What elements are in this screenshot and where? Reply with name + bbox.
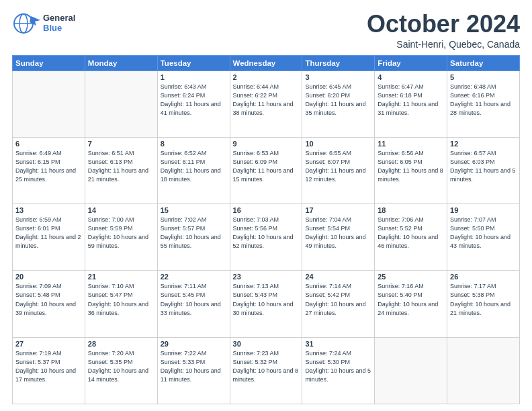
weekday-header-thursday: Thursday [302,55,375,71]
calendar-cell: 19Sunrise: 7:07 AM Sunset: 5:50 PM Dayli… [447,204,520,271]
day-number: 27 [15,340,82,348]
day-info: Sunrise: 7:09 AM Sunset: 5:48 PM Dayligh… [15,282,82,317]
day-info: Sunrise: 6:52 AM Sunset: 6:11 PM Dayligh… [161,149,227,184]
day-info: Sunrise: 7:17 AM Sunset: 5:38 PM Dayligh… [450,282,517,317]
day-info: Sunrise: 7:00 AM Sunset: 5:59 PM Dayligh… [88,216,154,250]
calendar-cell [375,337,447,404]
calendar-cell: 2Sunrise: 6:44 AM Sunset: 6:22 PM Daylig… [230,71,302,137]
calendar-cell: 14Sunrise: 7:00 AM Sunset: 5:59 PM Dayli… [85,204,157,271]
day-info: Sunrise: 6:55 AM Sunset: 6:07 PM Dayligh… [305,149,371,184]
week-row-5: 27Sunrise: 7:19 AM Sunset: 5:37 PM Dayli… [13,337,520,404]
day-info: Sunrise: 6:59 AM Sunset: 6:01 PM Dayligh… [15,216,82,250]
day-number: 7 [88,140,154,148]
day-number: 4 [378,73,444,81]
header: GeneralBlue October 2024 Saint-Henri, Qu… [12,11,520,50]
day-number: 30 [233,340,300,348]
calendar-cell: 15Sunrise: 7:02 AM Sunset: 5:57 PM Dayli… [157,204,230,271]
day-number: 28 [88,340,154,348]
calendar-cell [447,337,520,404]
weekday-header-monday: Monday [85,55,157,71]
week-row-2: 6Sunrise: 6:49 AM Sunset: 6:15 PM Daylig… [13,137,520,203]
day-info: Sunrise: 7:06 AM Sunset: 5:52 PM Dayligh… [378,216,444,250]
day-info: Sunrise: 6:57 AM Sunset: 6:03 PM Dayligh… [450,149,517,184]
calendar-cell: 10Sunrise: 6:55 AM Sunset: 6:07 PM Dayli… [302,137,375,203]
week-row-3: 13Sunrise: 6:59 AM Sunset: 6:01 PM Dayli… [13,204,520,271]
day-info: Sunrise: 7:23 AM Sunset: 5:32 PM Dayligh… [233,349,300,384]
calendar-cell: 20Sunrise: 7:09 AM Sunset: 5:48 PM Dayli… [13,271,85,337]
day-info: Sunrise: 7:20 AM Sunset: 5:35 PM Dayligh… [88,349,154,384]
calendar-cell: 27Sunrise: 7:19 AM Sunset: 5:37 PM Dayli… [13,337,85,404]
calendar-cell: 22Sunrise: 7:11 AM Sunset: 5:45 PM Dayli… [157,271,230,337]
calendar-cell: 9Sunrise: 6:53 AM Sunset: 6:09 PM Daylig… [230,137,302,203]
calendar-cell: 12Sunrise: 6:57 AM Sunset: 6:03 PM Dayli… [447,137,520,203]
calendar-cell: 8Sunrise: 6:52 AM Sunset: 6:11 PM Daylig… [157,137,230,203]
calendar-cell: 31Sunrise: 7:24 AM Sunset: 5:30 PM Dayli… [302,337,375,404]
day-number: 22 [161,273,227,281]
day-info: Sunrise: 7:22 AM Sunset: 5:33 PM Dayligh… [161,349,227,384]
day-info: Sunrise: 6:47 AM Sunset: 6:18 PM Dayligh… [378,83,444,118]
day-info: Sunrise: 7:13 AM Sunset: 5:43 PM Dayligh… [233,282,300,317]
day-number: 5 [450,73,517,81]
day-info: Sunrise: 7:04 AM Sunset: 5:54 PM Dayligh… [305,216,371,250]
day-info: Sunrise: 6:45 AM Sunset: 6:20 PM Dayligh… [305,83,371,118]
day-number: 26 [450,273,517,281]
day-info: Sunrise: 7:19 AM Sunset: 5:37 PM Dayligh… [15,349,82,384]
day-info: Sunrise: 7:14 AM Sunset: 5:42 PM Dayligh… [305,282,371,317]
month-title: October 2024 [367,11,520,38]
day-info: Sunrise: 6:51 AM Sunset: 6:13 PM Dayligh… [88,149,154,184]
calendar-cell: 23Sunrise: 7:13 AM Sunset: 5:43 PM Dayli… [230,271,302,337]
day-info: Sunrise: 6:44 AM Sunset: 6:22 PM Dayligh… [233,83,300,118]
day-info: Sunrise: 6:53 AM Sunset: 6:09 PM Dayligh… [233,149,300,184]
weekday-header-saturday: Saturday [447,55,520,71]
calendar-cell: 17Sunrise: 7:04 AM Sunset: 5:54 PM Dayli… [302,204,375,271]
day-number: 29 [161,340,227,348]
day-number: 24 [305,273,371,281]
day-number: 13 [15,206,82,214]
calendar-cell: 11Sunrise: 6:56 AM Sunset: 6:05 PM Dayli… [375,137,447,203]
calendar-cell: 3Sunrise: 6:45 AM Sunset: 6:20 PM Daylig… [302,71,375,137]
calendar-cell: 7Sunrise: 6:51 AM Sunset: 6:13 PM Daylig… [85,137,157,203]
calendar-cell: 28Sunrise: 7:20 AM Sunset: 5:35 PM Dayli… [85,337,157,404]
day-number: 2 [233,73,300,81]
page: GeneralBlue October 2024 Saint-Henri, Qu… [0,0,532,411]
calendar-cell: 21Sunrise: 7:10 AM Sunset: 5:47 PM Dayli… [85,271,157,337]
day-info: Sunrise: 7:10 AM Sunset: 5:47 PM Dayligh… [88,282,154,317]
day-info: Sunrise: 7:24 AM Sunset: 5:30 PM Dayligh… [305,349,371,384]
calendar-cell: 4Sunrise: 6:47 AM Sunset: 6:18 PM Daylig… [375,71,447,137]
logo-icon [12,11,40,36]
day-number: 10 [305,140,371,148]
day-info: Sunrise: 6:56 AM Sunset: 6:05 PM Dayligh… [378,149,444,184]
calendar-cell: 16Sunrise: 7:03 AM Sunset: 5:56 PM Dayli… [230,204,302,271]
day-info: Sunrise: 7:02 AM Sunset: 5:57 PM Dayligh… [161,216,227,250]
calendar-cell: 6Sunrise: 6:49 AM Sunset: 6:15 PM Daylig… [13,137,85,203]
day-number: 31 [305,340,371,348]
weekday-header-row: SundayMondayTuesdayWednesdayThursdayFrid… [13,55,520,71]
calendar-cell: 1Sunrise: 6:43 AM Sunset: 6:24 PM Daylig… [157,71,230,137]
day-number: 20 [15,273,82,281]
week-row-4: 20Sunrise: 7:09 AM Sunset: 5:48 PM Dayli… [13,271,520,337]
location: Saint-Henri, Quebec, Canada [367,39,520,50]
weekday-header-sunday: Sunday [13,55,85,71]
calendar-cell: 5Sunrise: 6:48 AM Sunset: 6:16 PM Daylig… [447,71,520,137]
day-number: 18 [378,206,444,214]
calendar-cell: 24Sunrise: 7:14 AM Sunset: 5:42 PM Dayli… [302,271,375,337]
calendar-cell [85,71,157,137]
day-info: Sunrise: 7:07 AM Sunset: 5:50 PM Dayligh… [450,216,517,250]
day-number: 8 [161,140,227,148]
day-number: 1 [161,73,227,81]
title-area: October 2024 Saint-Henri, Quebec, Canada [367,11,520,50]
logo-line2: Blue [43,23,62,33]
calendar: SundayMondayTuesdayWednesdayThursdayFrid… [12,55,520,404]
weekday-header-friday: Friday [375,55,447,71]
day-number: 25 [378,273,444,281]
weekday-header-wednesday: Wednesday [230,55,302,71]
day-number: 3 [305,73,371,81]
calendar-cell: 26Sunrise: 7:17 AM Sunset: 5:38 PM Dayli… [447,271,520,337]
day-number: 6 [15,140,82,148]
day-info: Sunrise: 7:11 AM Sunset: 5:45 PM Dayligh… [161,282,227,317]
day-info: Sunrise: 7:16 AM Sunset: 5:40 PM Dayligh… [378,282,444,317]
calendar-cell: 13Sunrise: 6:59 AM Sunset: 6:01 PM Dayli… [13,204,85,271]
calendar-cell [13,71,85,137]
day-number: 12 [450,140,517,148]
day-number: 19 [450,206,517,214]
